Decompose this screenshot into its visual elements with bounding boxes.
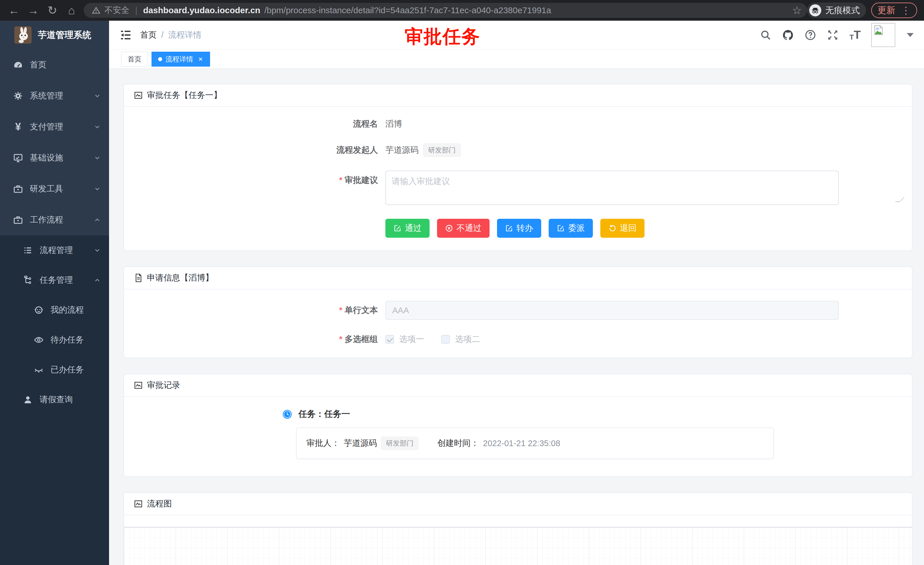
single-text-row: 单行文本 <box>124 301 912 320</box>
checkbox-option-2[interactable]: 选项二 <box>441 334 480 345</box>
home-icon[interactable]: ⌂ <box>64 2 79 18</box>
browser-chrome: ← → ↻ ⌂ 不安全 | dashboard.yudao.iocoder.cn… <box>0 0 924 21</box>
picture-icon <box>134 381 143 390</box>
help-icon[interactable] <box>804 29 817 41</box>
process-name-row: 流程名 滔博 <box>124 118 912 130</box>
sidebar-item-my-process[interactable]: 我的流程 <box>0 295 109 325</box>
user-menu-caret-icon[interactable] <box>907 33 914 37</box>
chevron-down-icon <box>93 185 101 192</box>
user-icon <box>22 394 33 405</box>
sidebar-item-system[interactable]: 系统管理 <box>0 80 109 111</box>
button-label: 通过 <box>405 222 422 234</box>
breadcrumb-current: 流程详情 <box>168 29 201 41</box>
sidebar-item-payment[interactable]: ¥ 支付管理 <box>0 111 109 143</box>
menu-dots-icon[interactable]: ⋮ <box>901 8 911 13</box>
tab-process-detail[interactable]: 流程详情 <box>152 52 210 67</box>
sidebar-item-leave-query[interactable]: 请假查询 <box>0 385 109 415</box>
bpmn-canvas-grid[interactable] <box>124 527 912 565</box>
fullscreen-icon[interactable] <box>826 29 839 41</box>
sidebar-item-label: 工作流程 <box>30 214 87 225</box>
address-bar[interactable]: 不安全 | dashboard.yudao.iocoder.cn/bpm/pro… <box>84 3 807 18</box>
bookmark-star-icon[interactable]: ☆ <box>792 4 802 17</box>
apply-info-card: 申请信息【滔博】 单行文本 多选框组 选项一 <box>123 266 912 358</box>
approve-button[interactable]: 通过 <box>386 219 430 238</box>
font-size-icon[interactable]: TT <box>849 29 861 41</box>
yen-icon: ¥ <box>13 122 24 132</box>
approver-value: 芋道源码 <box>344 437 377 449</box>
sidebar-item-process-mgmt[interactable]: 流程管理 <box>0 236 109 265</box>
url-separator: | <box>135 6 138 15</box>
breadcrumb-home[interactable]: 首页 <box>140 29 157 41</box>
checkbox-group-label: 多选框组 <box>124 334 378 345</box>
reject-button[interactable]: 不通过 <box>437 219 489 238</box>
tags-view-bar: 首页 流程详情 <box>109 50 924 69</box>
refresh-left-icon <box>608 224 616 232</box>
circle-close-icon <box>445 224 453 232</box>
checkbox-checked-icon <box>386 335 394 344</box>
checkbox-label: 选项二 <box>455 334 480 345</box>
edit-icon <box>393 224 402 232</box>
sidebar-item-done-tasks[interactable]: 已办任务 <box>0 355 109 385</box>
sidebar-item-infra[interactable]: 基础设施 <box>0 143 109 173</box>
card-title: 流程图 <box>147 498 172 509</box>
sidebar-item-todo-tasks[interactable]: 待办任务 <box>0 325 109 355</box>
document-icon <box>134 273 143 282</box>
checkbox-label: 选项一 <box>399 334 424 345</box>
list-tree-icon <box>22 245 33 256</box>
checkbox-unchecked-icon <box>441 335 450 344</box>
url-host: dashboard.yudao.iocoder.cn <box>143 6 260 15</box>
tab-label: 流程详情 <box>166 54 193 64</box>
return-button[interactable]: 退回 <box>600 219 645 238</box>
transfer-button[interactable]: 转办 <box>497 219 541 238</box>
tab-close-icon[interactable] <box>198 56 204 62</box>
sidebar-logo-row[interactable]: 芋道管理系统 <box>0 21 109 50</box>
broken-image-icon <box>873 25 884 36</box>
toolbox-icon <box>13 183 24 194</box>
single-text-label: 单行文本 <box>124 305 378 316</box>
github-icon[interactable] <box>782 29 794 41</box>
update-label: 更新 <box>878 4 895 17</box>
single-text-input[interactable] <box>386 301 839 320</box>
incognito-icon <box>809 4 821 17</box>
sidebar-item-home[interactable]: 首页 <box>0 50 109 80</box>
url-path: /bpm/process-instance/detail?id=54aa251f… <box>264 6 551 15</box>
sidebar-item-workflow[interactable]: 工作流程 <box>0 204 109 236</box>
tab-home[interactable]: 首页 <box>121 52 148 67</box>
eye-open-icon <box>33 335 44 346</box>
dept-tag: 研发部门 <box>381 437 418 450</box>
delegate-button[interactable]: 委派 <box>549 219 593 238</box>
avatar[interactable] <box>871 23 895 47</box>
back-icon[interactable]: ← <box>7 2 21 18</box>
update-button[interactable]: 更新 ⋮ <box>871 3 917 18</box>
button-label: 委派 <box>568 222 585 234</box>
reload-icon[interactable]: ↻ <box>45 2 59 18</box>
sidebar-item-label: 任务管理 <box>40 275 87 286</box>
tab-label: 首页 <box>128 54 141 64</box>
incognito-label: 无痕模式 <box>825 5 860 17</box>
top-navbar: 首页 / 流程详情 审批任务 TT <box>109 21 924 50</box>
sidebar-item-label: 基础设施 <box>30 152 87 164</box>
flow-tree-icon <box>22 275 33 286</box>
approve-task-card: 审批任务【任务一】 流程名 滔博 流程发起人 芋道源码 研发部门 <box>123 84 912 251</box>
monitor-icon <box>13 152 24 163</box>
page-content: 审批任务【任务一】 流程名 滔博 流程发起人 芋道源码 研发部门 <box>109 69 924 565</box>
sidebar-item-task-mgmt[interactable]: 任务管理 <box>0 265 109 295</box>
checkbox-group-row: 多选框组 选项一 选项二 <box>124 334 912 345</box>
eye-closed-icon <box>33 364 44 375</box>
initiator-label: 流程发起人 <box>124 144 378 156</box>
forward-icon[interactable]: → <box>26 2 40 18</box>
suggest-row: 审批建议 <box>124 171 912 205</box>
card-title: 申请信息【滔博】 <box>147 272 213 284</box>
sidebar-item-label: 已办任务 <box>51 364 101 376</box>
sidebar-item-label: 我的流程 <box>51 304 101 316</box>
search-icon[interactable] <box>759 29 772 41</box>
sidebar-item-devtools[interactable]: 研发工具 <box>0 173 109 204</box>
app-logo-rabbit <box>14 26 32 44</box>
picture-icon <box>134 499 143 508</box>
briefcase-icon <box>13 215 24 225</box>
collapse-sidebar-icon[interactable] <box>119 29 132 41</box>
sidebar-item-label: 研发工具 <box>30 183 87 195</box>
security-label: 不安全 <box>105 5 129 16</box>
suggest-textarea[interactable] <box>386 171 839 205</box>
checkbox-option-1[interactable]: 选项一 <box>386 334 424 345</box>
